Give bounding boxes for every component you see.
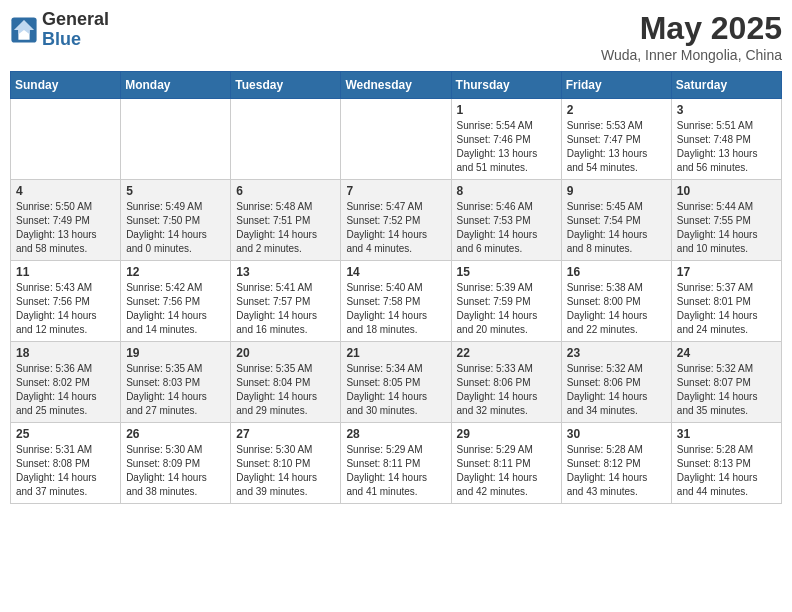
week-row-5: 25Sunrise: 5:31 AM Sunset: 8:08 PM Dayli…: [11, 423, 782, 504]
weekday-header-saturday: Saturday: [671, 72, 781, 99]
day-info: Sunrise: 5:44 AM Sunset: 7:55 PM Dayligh…: [677, 200, 777, 256]
day-cell: 11Sunrise: 5:43 AM Sunset: 7:56 PM Dayli…: [11, 261, 121, 342]
day-cell: 8Sunrise: 5:46 AM Sunset: 7:53 PM Daylig…: [451, 180, 561, 261]
day-cell: 27Sunrise: 5:30 AM Sunset: 8:10 PM Dayli…: [231, 423, 341, 504]
day-info: Sunrise: 5:40 AM Sunset: 7:58 PM Dayligh…: [346, 281, 446, 337]
day-cell: 7Sunrise: 5:47 AM Sunset: 7:52 PM Daylig…: [341, 180, 451, 261]
day-number: 24: [677, 346, 777, 360]
day-number: 16: [567, 265, 667, 279]
day-cell: 10Sunrise: 5:44 AM Sunset: 7:55 PM Dayli…: [671, 180, 781, 261]
day-number: 8: [457, 184, 557, 198]
day-cell: 30Sunrise: 5:28 AM Sunset: 8:12 PM Dayli…: [561, 423, 671, 504]
day-info: Sunrise: 5:32 AM Sunset: 8:06 PM Dayligh…: [567, 362, 667, 418]
day-number: 10: [677, 184, 777, 198]
day-cell: 12Sunrise: 5:42 AM Sunset: 7:56 PM Dayli…: [121, 261, 231, 342]
day-cell: 9Sunrise: 5:45 AM Sunset: 7:54 PM Daylig…: [561, 180, 671, 261]
logo-icon: [10, 16, 38, 44]
title-area: May 2025 Wuda, Inner Mongolia, China: [601, 10, 782, 63]
day-cell: [121, 99, 231, 180]
day-info: Sunrise: 5:39 AM Sunset: 7:59 PM Dayligh…: [457, 281, 557, 337]
day-cell: 26Sunrise: 5:30 AM Sunset: 8:09 PM Dayli…: [121, 423, 231, 504]
day-info: Sunrise: 5:33 AM Sunset: 8:06 PM Dayligh…: [457, 362, 557, 418]
day-number: 5: [126, 184, 226, 198]
day-number: 9: [567, 184, 667, 198]
day-number: 18: [16, 346, 116, 360]
day-number: 12: [126, 265, 226, 279]
day-cell: 16Sunrise: 5:38 AM Sunset: 8:00 PM Dayli…: [561, 261, 671, 342]
day-cell: [231, 99, 341, 180]
day-cell: 29Sunrise: 5:29 AM Sunset: 8:11 PM Dayli…: [451, 423, 561, 504]
day-info: Sunrise: 5:46 AM Sunset: 7:53 PM Dayligh…: [457, 200, 557, 256]
weekday-header-wednesday: Wednesday: [341, 72, 451, 99]
day-number: 26: [126, 427, 226, 441]
day-cell: 25Sunrise: 5:31 AM Sunset: 8:08 PM Dayli…: [11, 423, 121, 504]
weekday-header-friday: Friday: [561, 72, 671, 99]
day-info: Sunrise: 5:49 AM Sunset: 7:50 PM Dayligh…: [126, 200, 226, 256]
day-number: 4: [16, 184, 116, 198]
day-info: Sunrise: 5:47 AM Sunset: 7:52 PM Dayligh…: [346, 200, 446, 256]
day-info: Sunrise: 5:34 AM Sunset: 8:05 PM Dayligh…: [346, 362, 446, 418]
day-number: 17: [677, 265, 777, 279]
day-info: Sunrise: 5:54 AM Sunset: 7:46 PM Dayligh…: [457, 119, 557, 175]
month-title: May 2025: [601, 10, 782, 47]
day-cell: 19Sunrise: 5:35 AM Sunset: 8:03 PM Dayli…: [121, 342, 231, 423]
day-info: Sunrise: 5:30 AM Sunset: 8:10 PM Dayligh…: [236, 443, 336, 499]
header: General Blue May 2025 Wuda, Inner Mongol…: [10, 10, 782, 63]
day-cell: 4Sunrise: 5:50 AM Sunset: 7:49 PM Daylig…: [11, 180, 121, 261]
day-cell: 6Sunrise: 5:48 AM Sunset: 7:51 PM Daylig…: [231, 180, 341, 261]
day-info: Sunrise: 5:43 AM Sunset: 7:56 PM Dayligh…: [16, 281, 116, 337]
day-info: Sunrise: 5:32 AM Sunset: 8:07 PM Dayligh…: [677, 362, 777, 418]
week-row-1: 1Sunrise: 5:54 AM Sunset: 7:46 PM Daylig…: [11, 99, 782, 180]
day-info: Sunrise: 5:50 AM Sunset: 7:49 PM Dayligh…: [16, 200, 116, 256]
day-number: 6: [236, 184, 336, 198]
day-cell: 2Sunrise: 5:53 AM Sunset: 7:47 PM Daylig…: [561, 99, 671, 180]
day-info: Sunrise: 5:41 AM Sunset: 7:57 PM Dayligh…: [236, 281, 336, 337]
logo: General Blue: [10, 10, 109, 50]
day-cell: 28Sunrise: 5:29 AM Sunset: 8:11 PM Dayli…: [341, 423, 451, 504]
day-cell: 15Sunrise: 5:39 AM Sunset: 7:59 PM Dayli…: [451, 261, 561, 342]
day-info: Sunrise: 5:29 AM Sunset: 8:11 PM Dayligh…: [457, 443, 557, 499]
logo-text: General Blue: [42, 10, 109, 50]
day-cell: 22Sunrise: 5:33 AM Sunset: 8:06 PM Dayli…: [451, 342, 561, 423]
day-info: Sunrise: 5:51 AM Sunset: 7:48 PM Dayligh…: [677, 119, 777, 175]
day-number: 2: [567, 103, 667, 117]
day-cell: 20Sunrise: 5:35 AM Sunset: 8:04 PM Dayli…: [231, 342, 341, 423]
calendar: SundayMondayTuesdayWednesdayThursdayFrid…: [10, 71, 782, 504]
day-cell: [11, 99, 121, 180]
day-info: Sunrise: 5:29 AM Sunset: 8:11 PM Dayligh…: [346, 443, 446, 499]
day-number: 23: [567, 346, 667, 360]
day-cell: 17Sunrise: 5:37 AM Sunset: 8:01 PM Dayli…: [671, 261, 781, 342]
day-number: 20: [236, 346, 336, 360]
week-row-4: 18Sunrise: 5:36 AM Sunset: 8:02 PM Dayli…: [11, 342, 782, 423]
weekday-header-monday: Monday: [121, 72, 231, 99]
day-number: 30: [567, 427, 667, 441]
day-info: Sunrise: 5:36 AM Sunset: 8:02 PM Dayligh…: [16, 362, 116, 418]
day-number: 13: [236, 265, 336, 279]
day-cell: 5Sunrise: 5:49 AM Sunset: 7:50 PM Daylig…: [121, 180, 231, 261]
day-cell: 1Sunrise: 5:54 AM Sunset: 7:46 PM Daylig…: [451, 99, 561, 180]
weekday-header-row: SundayMondayTuesdayWednesdayThursdayFrid…: [11, 72, 782, 99]
day-cell: 24Sunrise: 5:32 AM Sunset: 8:07 PM Dayli…: [671, 342, 781, 423]
day-number: 1: [457, 103, 557, 117]
day-info: Sunrise: 5:35 AM Sunset: 8:04 PM Dayligh…: [236, 362, 336, 418]
day-number: 15: [457, 265, 557, 279]
week-row-2: 4Sunrise: 5:50 AM Sunset: 7:49 PM Daylig…: [11, 180, 782, 261]
day-number: 14: [346, 265, 446, 279]
logo-general: General: [42, 9, 109, 29]
day-info: Sunrise: 5:45 AM Sunset: 7:54 PM Dayligh…: [567, 200, 667, 256]
day-number: 21: [346, 346, 446, 360]
day-number: 22: [457, 346, 557, 360]
day-number: 31: [677, 427, 777, 441]
day-info: Sunrise: 5:31 AM Sunset: 8:08 PM Dayligh…: [16, 443, 116, 499]
day-cell: 31Sunrise: 5:28 AM Sunset: 8:13 PM Dayli…: [671, 423, 781, 504]
day-cell: 13Sunrise: 5:41 AM Sunset: 7:57 PM Dayli…: [231, 261, 341, 342]
day-info: Sunrise: 5:28 AM Sunset: 8:13 PM Dayligh…: [677, 443, 777, 499]
weekday-header-thursday: Thursday: [451, 72, 561, 99]
day-number: 7: [346, 184, 446, 198]
day-number: 11: [16, 265, 116, 279]
logo-blue: Blue: [42, 29, 81, 49]
day-info: Sunrise: 5:48 AM Sunset: 7:51 PM Dayligh…: [236, 200, 336, 256]
day-info: Sunrise: 5:35 AM Sunset: 8:03 PM Dayligh…: [126, 362, 226, 418]
day-cell: 21Sunrise: 5:34 AM Sunset: 8:05 PM Dayli…: [341, 342, 451, 423]
day-cell: 3Sunrise: 5:51 AM Sunset: 7:48 PM Daylig…: [671, 99, 781, 180]
